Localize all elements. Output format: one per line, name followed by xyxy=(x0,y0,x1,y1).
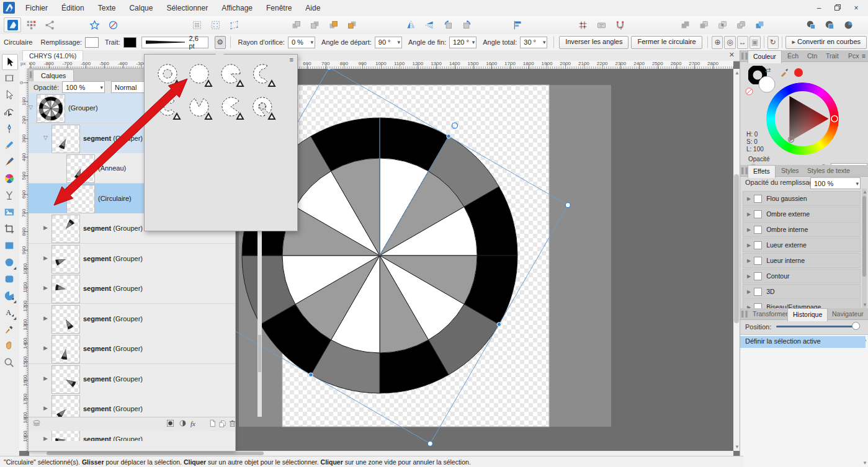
effect-checkbox[interactable] xyxy=(754,210,762,218)
bool-subtract-icon[interactable] xyxy=(695,17,712,32)
restore-icon[interactable] xyxy=(830,2,846,14)
tab-pcx[interactable]: Pcx xyxy=(843,50,864,63)
layer-row[interactable]: ▶segment (Grouper)✓ xyxy=(29,304,235,334)
segment-presets-gear-button[interactable]: ⚙ xyxy=(215,36,226,49)
tool-pie[interactable]: ◢ xyxy=(2,288,17,303)
order-front-icon[interactable] xyxy=(324,17,342,32)
convert-to-curves-button[interactable]: ▸ Convertir en courbes xyxy=(785,36,867,49)
color-panel-menu-icon[interactable]: ≡ xyxy=(862,52,866,60)
bool-add-icon[interactable] xyxy=(676,17,694,32)
canvas-vertical-scrollbar[interactable]: ▲ ▼ xyxy=(733,69,740,451)
layers-scroll-down-icon[interactable]: ▼ xyxy=(257,419,262,424)
effect-checkbox[interactable] xyxy=(754,288,762,296)
delete-layer-icon[interactable] xyxy=(228,419,236,429)
tool-node[interactable] xyxy=(2,104,17,119)
popup-menu-icon[interactable]: ≡ xyxy=(290,56,293,63)
alignment-icon[interactable] xyxy=(509,17,526,32)
hole-radius-combo[interactable]: 0 %▾ xyxy=(288,37,315,48)
order-back-icon[interactable] xyxy=(343,17,360,32)
move-origin-icon[interactable]: ⊕ xyxy=(712,36,723,49)
tool-hand[interactable] xyxy=(2,339,17,354)
layer-expand-icon[interactable]: ▶ xyxy=(43,225,48,231)
effect-checkbox[interactable] xyxy=(754,195,762,203)
close-sector-button[interactable]: Fermer le circulaire xyxy=(631,36,702,49)
total-angle-combo[interactable]: 30 °▾ xyxy=(520,37,547,48)
effect-expand-icon[interactable]: ▶ xyxy=(747,196,751,202)
tool-zoom[interactable] xyxy=(2,355,17,370)
flip-vertical-icon[interactable] xyxy=(421,17,438,32)
effect-checkbox[interactable] xyxy=(754,257,762,265)
bool-intersect-icon[interactable] xyxy=(714,17,731,32)
effect-checkbox[interactable] xyxy=(754,241,762,249)
discard-shape-icon[interactable] xyxy=(104,17,122,32)
layer-expand-icon[interactable]: ▽ xyxy=(43,135,48,141)
transform-mode-icon[interactable]: ▣ xyxy=(749,36,761,49)
order-backward-icon[interactable] xyxy=(306,17,323,32)
layer-row[interactable]: ▶segment (Grouper)✓ xyxy=(29,274,235,304)
affinity-designer-logo-icon[interactable] xyxy=(4,17,21,32)
insert-inside-icon[interactable] xyxy=(821,17,838,32)
tool-pen[interactable] xyxy=(2,121,17,136)
scroll-down-icon[interactable]: ▼ xyxy=(735,444,740,450)
shape-option-arc[interactable] xyxy=(154,94,183,122)
shape-option-annulus[interactable] xyxy=(154,61,183,89)
position-slider[interactable] xyxy=(776,326,857,327)
history-entry[interactable]: Définir la sélection active xyxy=(740,336,866,348)
menu-fichier[interactable]: Fichier xyxy=(19,0,55,12)
layer-expand-icon[interactable]: ▶ xyxy=(43,285,48,291)
rotate-ccw-icon[interactable] xyxy=(439,17,457,32)
tool-brush[interactable] xyxy=(2,154,17,169)
cycle-selection-icon[interactable]: ↻ xyxy=(767,36,779,49)
menu-texte[interactable]: Texte xyxy=(91,0,123,12)
shape-option-notch-top[interactable] xyxy=(186,94,215,122)
hue-marker[interactable] xyxy=(831,116,838,122)
effect-row-6[interactable]: ▶3D xyxy=(743,284,861,299)
end-angle-combo[interactable]: 120 °▾ xyxy=(449,37,477,48)
sl-triangle[interactable] xyxy=(766,82,839,155)
history-scroll-down-icon[interactable]: ▼ xyxy=(862,460,867,466)
marquee-grid-icon[interactable] xyxy=(188,17,205,32)
order-forward-icon[interactable] xyxy=(287,17,305,32)
tool-rounded-rect[interactable] xyxy=(2,272,17,287)
fill-swatch[interactable] xyxy=(85,37,99,48)
tool-pencil[interactable] xyxy=(2,138,17,153)
marquee-grid2-icon[interactable] xyxy=(207,17,224,32)
tab-transformer[interactable]: Transformer xyxy=(748,308,793,321)
tab-styles-de-texte[interactable]: Styles de texte xyxy=(802,165,855,177)
selection-corner-handle[interactable] xyxy=(565,203,570,208)
new-layer-icon[interactable] xyxy=(208,419,217,429)
shape-option-circle[interactable] xyxy=(186,61,215,89)
show-handles-icon[interactable]: ↔ xyxy=(737,36,748,49)
tool-color-picker[interactable] xyxy=(2,322,17,337)
effect-expand-icon[interactable]: ▶ xyxy=(747,289,751,295)
menu-slectionner[interactable]: Sélectionner xyxy=(159,0,215,12)
effect-checkbox[interactable] xyxy=(754,303,762,309)
selection-corner-handle[interactable] xyxy=(427,441,432,446)
mask-layer-icon[interactable] xyxy=(166,419,174,429)
effect-row-3[interactable]: ▶Lueur externe xyxy=(743,238,861,252)
document-close-icon[interactable]: ✕ xyxy=(729,51,735,59)
tool-move[interactable] xyxy=(2,54,18,70)
start-angle-combo[interactable]: 90 °▾ xyxy=(375,37,402,48)
bool-divide-icon[interactable] xyxy=(732,17,749,32)
position-slider-thumb[interactable] xyxy=(852,322,860,330)
layer-expand-icon[interactable]: ▶ xyxy=(43,435,48,442)
export-persona-icon[interactable] xyxy=(41,17,58,32)
layer-row[interactable]: ▶segment (Grouper)✓ xyxy=(29,364,235,394)
effect-row-7[interactable]: ▶Biseau/Estampage xyxy=(743,300,861,308)
tool-colorwheel[interactable] xyxy=(2,171,17,186)
swap-colors-icon[interactable]: ⇄ xyxy=(765,66,771,74)
effect-checkbox[interactable] xyxy=(754,226,762,234)
effect-expand-icon[interactable]: ▶ xyxy=(747,211,751,217)
tab-trait[interactable]: Trait xyxy=(821,50,844,63)
invert-angles-button[interactable]: Inverser les angles xyxy=(559,36,629,49)
close-icon[interactable]: × xyxy=(848,2,864,14)
shape-option-keyhole[interactable] xyxy=(249,94,278,122)
fx-icon[interactable]: fx xyxy=(190,419,195,428)
layer-expand-icon[interactable]: ▶ xyxy=(43,345,48,351)
insert-on-top-icon[interactable] xyxy=(839,17,857,32)
fill-opacity-combo[interactable]: 100 %▾ xyxy=(810,177,861,189)
transform-grid-icon[interactable] xyxy=(225,17,243,32)
effect-row-0[interactable]: ▶Flou gaussien xyxy=(743,191,861,206)
menu-calque[interactable]: Calque xyxy=(122,0,159,12)
